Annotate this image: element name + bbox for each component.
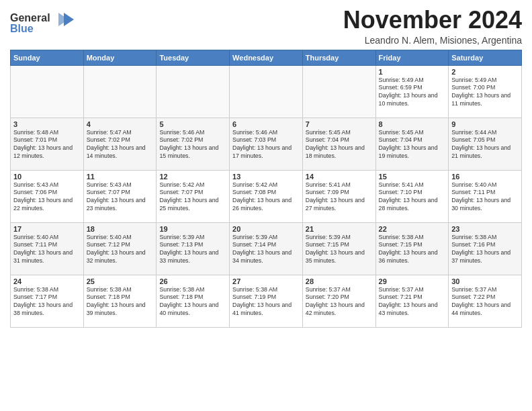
calendar-cell: 17Sunrise: 5:40 AM Sunset: 7:11 PM Dayli… — [11, 222, 84, 275]
day-number: 8 — [379, 120, 446, 128]
day-info: Sunrise: 5:39 AM Sunset: 7:13 PM Dayligh… — [159, 234, 226, 266]
day-info: Sunrise: 5:37 AM Sunset: 7:22 PM Dayligh… — [451, 286, 519, 318]
calendar-cell: 30Sunrise: 5:37 AM Sunset: 7:22 PM Dayli… — [449, 275, 522, 327]
day-info: Sunrise: 5:37 AM Sunset: 7:20 PM Dayligh… — [306, 286, 373, 318]
calendar-cell: 6Sunrise: 5:46 AM Sunset: 7:03 PM Daylig… — [230, 118, 303, 170]
day-info: Sunrise: 5:38 AM Sunset: 7:16 PM Dayligh… — [451, 234, 519, 266]
header-thursday: Thursday — [302, 50, 375, 65]
day-info: Sunrise: 5:41 AM Sunset: 7:09 PM Dayligh… — [306, 181, 373, 214]
calendar-cell: 22Sunrise: 5:38 AM Sunset: 7:15 PM Dayli… — [375, 222, 449, 275]
calendar-cell: 14Sunrise: 5:41 AM Sunset: 7:09 PM Dayli… — [302, 170, 375, 222]
day-number: 7 — [306, 120, 373, 128]
day-info: Sunrise: 5:40 AM Sunset: 7:12 PM Dayligh… — [87, 234, 154, 266]
header: General Blue November 2024 Leandro N. Al… — [10, 7, 522, 46]
day-number: 27 — [232, 277, 300, 285]
day-number: 16 — [451, 173, 519, 181]
location-subtitle: Leandro N. Alem, Misiones, Argentina — [343, 35, 522, 46]
day-info: Sunrise: 5:40 AM Sunset: 7:11 PM Dayligh… — [13, 234, 81, 266]
calendar-cell: 27Sunrise: 5:38 AM Sunset: 7:19 PM Dayli… — [230, 275, 303, 327]
day-info: Sunrise: 5:47 AM Sunset: 7:02 PM Dayligh… — [87, 129, 154, 161]
day-number: 25 — [87, 277, 154, 285]
day-number: 14 — [306, 173, 373, 181]
day-number: 5 — [159, 120, 226, 128]
day-number: 10 — [13, 173, 81, 181]
day-info: Sunrise: 5:45 AM Sunset: 7:04 PM Dayligh… — [379, 129, 446, 161]
calendar-cell: 18Sunrise: 5:40 AM Sunset: 7:12 PM Dayli… — [83, 222, 157, 275]
calendar-week-3: 17Sunrise: 5:40 AM Sunset: 7:11 PM Dayli… — [11, 222, 522, 275]
calendar-cell: 23Sunrise: 5:38 AM Sunset: 7:16 PM Dayli… — [449, 222, 522, 275]
calendar-cell: 13Sunrise: 5:42 AM Sunset: 7:08 PM Dayli… — [230, 170, 303, 222]
calendar-cell: 2Sunrise: 5:49 AM Sunset: 7:00 PM Daylig… — [449, 65, 522, 118]
day-number: 1 — [379, 68, 446, 76]
calendar-cell: 16Sunrise: 5:40 AM Sunset: 7:11 PM Dayli… — [449, 170, 522, 222]
day-info: Sunrise: 5:39 AM Sunset: 7:14 PM Dayligh… — [232, 234, 300, 266]
calendar-cell: 24Sunrise: 5:38 AM Sunset: 7:17 PM Dayli… — [11, 275, 84, 327]
day-number: 19 — [159, 225, 226, 233]
day-info: Sunrise: 5:45 AM Sunset: 7:04 PM Dayligh… — [306, 129, 373, 161]
day-info: Sunrise: 5:49 AM Sunset: 6:59 PM Dayligh… — [379, 77, 446, 109]
logo-text-block: General Blue — [10, 9, 77, 42]
calendar-cell: 5Sunrise: 5:46 AM Sunset: 7:02 PM Daylig… — [157, 118, 230, 170]
day-number: 30 — [451, 277, 519, 285]
day-info: Sunrise: 5:40 AM Sunset: 7:11 PM Dayligh… — [451, 181, 519, 214]
day-number: 28 — [306, 277, 373, 285]
calendar-week-1: 3Sunrise: 5:48 AM Sunset: 7:01 PM Daylig… — [11, 118, 522, 170]
header-monday: Monday — [83, 50, 157, 65]
day-info: Sunrise: 5:38 AM Sunset: 7:17 PM Dayligh… — [13, 286, 81, 318]
day-info: Sunrise: 5:38 AM Sunset: 7:18 PM Dayligh… — [159, 286, 226, 318]
day-number: 23 — [451, 225, 519, 233]
calendar-cell: 21Sunrise: 5:39 AM Sunset: 7:15 PM Dayli… — [302, 222, 375, 275]
calendar-cell — [230, 65, 303, 118]
calendar-cell: 19Sunrise: 5:39 AM Sunset: 7:13 PM Dayli… — [157, 222, 230, 275]
calendar-cell: 12Sunrise: 5:42 AM Sunset: 7:07 PM Dayli… — [157, 170, 230, 222]
calendar-cell — [157, 65, 230, 118]
day-number: 18 — [87, 225, 154, 233]
day-number: 13 — [232, 173, 300, 181]
day-info: Sunrise: 5:49 AM Sunset: 7:00 PM Dayligh… — [451, 77, 519, 109]
day-number: 20 — [232, 225, 300, 233]
day-info: Sunrise: 5:41 AM Sunset: 7:10 PM Dayligh… — [379, 181, 446, 214]
calendar-cell: 10Sunrise: 5:43 AM Sunset: 7:06 PM Dayli… — [11, 170, 84, 222]
day-info: Sunrise: 5:39 AM Sunset: 7:15 PM Dayligh… — [306, 234, 373, 266]
day-info: Sunrise: 5:44 AM Sunset: 7:05 PM Dayligh… — [451, 129, 519, 161]
svg-text:Blue: Blue — [10, 23, 34, 34]
calendar-table: Sunday Monday Tuesday Wednesday Thursday… — [10, 50, 522, 328]
svg-text:General: General — [10, 12, 50, 24]
day-info: Sunrise: 5:38 AM Sunset: 7:18 PM Dayligh… — [87, 286, 154, 318]
calendar-cell: 29Sunrise: 5:37 AM Sunset: 7:21 PM Dayli… — [375, 275, 449, 327]
day-number: 24 — [13, 277, 81, 285]
day-info: Sunrise: 5:46 AM Sunset: 7:03 PM Dayligh… — [232, 129, 300, 161]
calendar-cell: 7Sunrise: 5:45 AM Sunset: 7:04 PM Daylig… — [302, 118, 375, 170]
calendar-cell: 11Sunrise: 5:43 AM Sunset: 7:07 PM Dayli… — [83, 170, 157, 222]
day-info: Sunrise: 5:46 AM Sunset: 7:02 PM Dayligh… — [159, 129, 226, 161]
calendar-cell: 20Sunrise: 5:39 AM Sunset: 7:14 PM Dayli… — [230, 222, 303, 275]
calendar-cell: 15Sunrise: 5:41 AM Sunset: 7:10 PM Dayli… — [375, 170, 449, 222]
day-number: 11 — [87, 173, 154, 181]
calendar-week-0: 1Sunrise: 5:49 AM Sunset: 6:59 PM Daylig… — [11, 65, 522, 118]
calendar-week-2: 10Sunrise: 5:43 AM Sunset: 7:06 PM Dayli… — [11, 170, 522, 222]
header-saturday: Saturday — [449, 50, 522, 65]
calendar-cell — [11, 65, 84, 118]
header-friday: Friday — [375, 50, 449, 65]
calendar-cell: 26Sunrise: 5:38 AM Sunset: 7:18 PM Dayli… — [157, 275, 230, 327]
logo-svg: General Blue — [10, 9, 77, 40]
day-number: 6 — [232, 120, 300, 128]
calendar-cell — [302, 65, 375, 118]
day-info: Sunrise: 5:48 AM Sunset: 7:01 PM Dayligh… — [13, 129, 81, 161]
calendar-cell: 4Sunrise: 5:47 AM Sunset: 7:02 PM Daylig… — [83, 118, 157, 170]
calendar-cell: 3Sunrise: 5:48 AM Sunset: 7:01 PM Daylig… — [11, 118, 84, 170]
calendar-header-row: Sunday Monday Tuesday Wednesday Thursday… — [11, 50, 522, 65]
day-number: 15 — [379, 173, 446, 181]
day-number: 9 — [451, 120, 519, 128]
day-number: 17 — [13, 225, 81, 233]
day-number: 26 — [159, 277, 226, 285]
calendar-cell: 28Sunrise: 5:37 AM Sunset: 7:20 PM Dayli… — [302, 275, 375, 327]
day-number: 12 — [159, 173, 226, 181]
header-tuesday: Tuesday — [157, 50, 230, 65]
calendar-week-4: 24Sunrise: 5:38 AM Sunset: 7:17 PM Dayli… — [11, 275, 522, 327]
header-sunday: Sunday — [11, 50, 84, 65]
day-number: 29 — [379, 277, 446, 285]
day-number: 3 — [13, 120, 81, 128]
day-info: Sunrise: 5:38 AM Sunset: 7:15 PM Dayligh… — [379, 234, 446, 266]
calendar-cell: 9Sunrise: 5:44 AM Sunset: 7:05 PM Daylig… — [449, 118, 522, 170]
